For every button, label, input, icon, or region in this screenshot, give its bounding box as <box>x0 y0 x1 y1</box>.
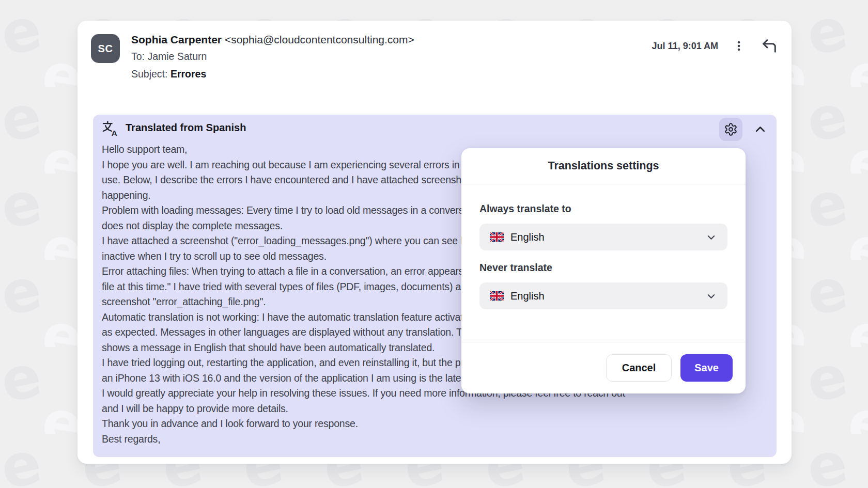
chevron-down-icon <box>705 290 717 302</box>
never-translate-value: English <box>510 290 699 302</box>
subject-line: Subject: Errores <box>131 65 414 83</box>
save-button[interactable]: Save <box>680 354 733 382</box>
always-translate-label: Always translate to <box>479 203 727 215</box>
email-meta: Sophia Carpenter <sophia@cloudcontentcon… <box>131 32 414 83</box>
collapse-translation-button[interactable] <box>753 122 767 138</box>
email-body-line: Best regards, <box>102 432 772 447</box>
subject-label: Subject: <box>131 68 167 80</box>
gear-icon <box>724 122 738 136</box>
timestamp: Jul 11, 9:01 AM <box>652 41 718 52</box>
translations-settings-popover: Translations settings Always translate t… <box>461 148 746 393</box>
more-options-button[interactable] <box>732 38 746 54</box>
translation-banner-title: Translated from Spanish <box>126 122 246 134</box>
from-line: Sophia Carpenter <sophia@cloudcontentcon… <box>131 32 414 48</box>
reply-arrow-icon <box>761 37 778 55</box>
never-translate-select[interactable]: English <box>479 282 727 309</box>
chevron-down-icon <box>705 231 717 243</box>
sender-email: <sophia@cloudcontentconsulting.com> <box>225 34 414 45</box>
never-translate-label: Never translate <box>479 262 727 274</box>
header-actions: Jul 11, 9:01 AM <box>652 36 779 56</box>
always-translate-select[interactable]: English <box>479 224 727 250</box>
email-body-line: Thank you in advance and I look forward … <box>102 416 772 432</box>
svg-text:A: A <box>112 129 117 137</box>
subject-value: Errores <box>171 68 206 80</box>
email-body-line: and I will be happy to provide more deta… <box>102 401 772 417</box>
to-label: To: <box>131 51 145 62</box>
always-translate-value: English <box>510 231 699 243</box>
popover-header: Translations settings <box>461 148 746 184</box>
kebab-menu-icon <box>733 39 745 53</box>
chevron-up-icon <box>753 122 767 136</box>
uk-flag-icon <box>490 291 504 301</box>
to-name: Jamie Saturn <box>147 51 207 62</box>
reply-button[interactable] <box>760 36 779 56</box>
to-line: To: Jamie Saturn <box>131 48 414 65</box>
cancel-button[interactable]: Cancel <box>606 354 672 382</box>
translate-icon: A <box>102 120 119 137</box>
popover-title: Translations settings <box>548 160 659 172</box>
sender-name: Sophia Carpenter <box>131 34 222 45</box>
popover-body: Always translate to English Never transl… <box>461 203 746 309</box>
popover-footer: Cancel Save <box>461 342 746 393</box>
uk-flag-icon <box>490 232 504 242</box>
translation-settings-button[interactable] <box>719 118 742 141</box>
avatar: SC <box>91 34 120 63</box>
